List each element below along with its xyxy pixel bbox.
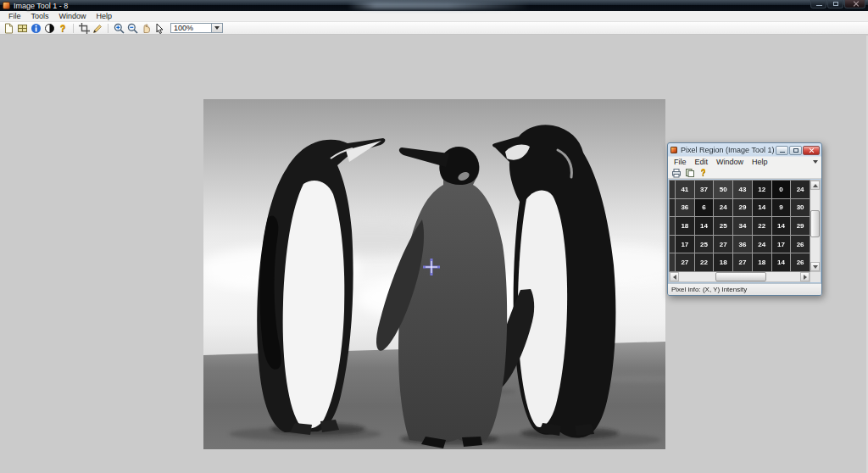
pixel-region-window-controls — [776, 146, 820, 155]
main-window-controls — [810, 0, 865, 8]
horizontal-scrollbar[interactable] — [669, 272, 810, 282]
pixel-cell: 0 — [772, 181, 791, 198]
menu-window[interactable]: Window — [54, 11, 92, 21]
penguin-image-svg — [203, 99, 665, 449]
pixel-cell: 18 — [714, 253, 732, 271]
pixel-cell: 6 — [695, 199, 714, 217]
scroll-down-arrow-icon[interactable] — [810, 262, 820, 271]
crop-image-icon[interactable] — [78, 23, 90, 34]
pixel-cell: 29 — [733, 199, 752, 217]
app-icon — [3, 2, 10, 9]
pixel-region-title: Pixel Region (Image Tool 1) — [681, 146, 776, 154]
pixel-cell-partial — [670, 217, 675, 235]
vertical-scrollbar[interactable] — [810, 180, 821, 272]
pixel-info-text: Pixel info: (X, Y) Intensity — [671, 286, 747, 293]
image-info-icon[interactable] — [30, 23, 42, 34]
pixel-cell: 9 — [772, 199, 791, 217]
main-menubar: File Tools Window Help — [0, 11, 868, 22]
pr-menu-edit[interactable]: Edit — [691, 158, 713, 166]
print-to-figure-icon[interactable] — [670, 168, 682, 178]
pixel-cell: 17 — [676, 236, 694, 253]
toolbar-separator — [73, 24, 74, 33]
inspect-pixel-icon[interactable] — [153, 23, 165, 34]
pixel-grid-zone: 4137504312024366242914930181425342214291… — [669, 180, 821, 282]
vertical-scroll-track[interactable] — [810, 190, 820, 262]
toolbar-separator — [108, 24, 108, 33]
maximize-button[interactable] — [827, 0, 843, 8]
horizontal-scroll-thumb[interactable] — [715, 272, 766, 281]
pixel-cell: 17 — [772, 236, 791, 253]
pr-help-icon[interactable]: ? — [698, 168, 709, 178]
pixel-cell: 24 — [791, 181, 810, 198]
pixel-cell: 12 — [753, 181, 771, 198]
zoom-out-icon[interactable] — [126, 23, 138, 34]
pixel-cell: 22 — [753, 217, 771, 235]
pixel-region-maximize-button[interactable] — [789, 146, 802, 155]
pixel-region-icon[interactable] — [16, 23, 28, 34]
main-toolbar: ? 100% — [0, 22, 868, 35]
menu-tools[interactable]: Tools — [26, 11, 54, 21]
pr-menu-file[interactable]: File — [670, 158, 691, 166]
pixel-cell-partial — [670, 181, 675, 198]
pixel-cell: 18 — [676, 217, 694, 235]
menu-file[interactable]: File — [3, 11, 26, 21]
main-window-title: Image Tool 1 - 8 — [14, 2, 68, 10]
close-button[interactable] — [844, 0, 865, 8]
adjust-contrast-icon[interactable] — [43, 23, 55, 34]
vertical-scroll-thumb[interactable] — [810, 210, 820, 237]
pixel-cell: 26 — [791, 236, 810, 253]
titlebar-blurred-text — [348, 2, 530, 9]
pixel-cell: 24 — [714, 199, 732, 217]
pixel-cell: 41 — [676, 181, 694, 198]
pixel-region-titlebar[interactable]: Pixel Region (Image Tool 1) — [668, 143, 821, 156]
pixel-cell: 14 — [772, 217, 791, 235]
pixel-cell: 36 — [676, 199, 694, 217]
pixel-cell: 25 — [714, 217, 732, 235]
pan-icon[interactable] — [140, 23, 152, 34]
pixel-cell: 30 — [791, 199, 810, 217]
pixel-region-app-icon — [670, 147, 677, 153]
pixel-cell-partial — [670, 253, 675, 271]
pixel-cell-partial — [670, 199, 675, 217]
pixel-cell: 43 — [733, 181, 752, 198]
pixel-region-close-button[interactable] — [803, 146, 820, 155]
pixel-region-menubar: File Edit Window Help — [668, 156, 821, 167]
pixel-cell: 36 — [733, 236, 752, 253]
scrollbar-corner — [810, 272, 821, 282]
zoom-in-icon[interactable] — [113, 23, 125, 34]
pixel-cell: 26 — [791, 253, 810, 271]
horizontal-scroll-track[interactable] — [679, 272, 800, 281]
pixel-cell: 22 — [695, 253, 714, 271]
help-icon[interactable]: ? — [57, 23, 69, 34]
scroll-up-arrow-icon[interactable] — [810, 181, 820, 190]
pixel-region-statusbar: Pixel info: (X, Y) Intensity — [668, 283, 821, 295]
scroll-right-arrow-icon[interactable] — [800, 272, 810, 281]
pr-menu-window[interactable]: Window — [712, 158, 748, 166]
pixel-cell: 14 — [695, 217, 714, 235]
minimize-button[interactable] — [810, 0, 826, 8]
measure-distance-icon[interactable] — [92, 23, 103, 34]
main-titlebar[interactable]: Image Tool 1 - 8 — [0, 0, 868, 11]
pixel-region-window: Pixel Region (Image Tool 1) File Edit Wi… — [667, 142, 822, 296]
pixel-cell: 29 — [791, 217, 810, 235]
pixel-cell: 50 — [714, 181, 732, 198]
menu-help[interactable]: Help — [92, 11, 118, 21]
pixel-cell: 14 — [772, 253, 791, 271]
pixel-cell: 18 — [753, 253, 771, 271]
pixel-cell: 27 — [676, 253, 694, 271]
pr-menu-help[interactable]: Help — [748, 158, 772, 166]
overview-icon[interactable] — [3, 23, 14, 34]
penguin-image[interactable] — [203, 99, 665, 449]
scroll-left-arrow-icon[interactable] — [670, 272, 679, 281]
pixel-cell: 27 — [733, 253, 752, 271]
pixel-cell: 14 — [753, 199, 771, 217]
pixel-cell: 24 — [753, 236, 771, 253]
zoom-dropdown-arrow-icon[interactable] — [211, 24, 222, 32]
pixel-grid: 4137504312024366242914930181425342214291… — [669, 180, 810, 272]
pixel-region-minimize-button[interactable] — [776, 146, 788, 155]
pixel-cell: 34 — [733, 217, 752, 235]
menu-overflow-chevron-icon[interactable] — [813, 160, 818, 164]
zoom-combobox[interactable]: 100% — [170, 23, 223, 33]
copy-position-icon[interactable] — [684, 168, 695, 178]
pixel-cell: 27 — [714, 236, 732, 253]
